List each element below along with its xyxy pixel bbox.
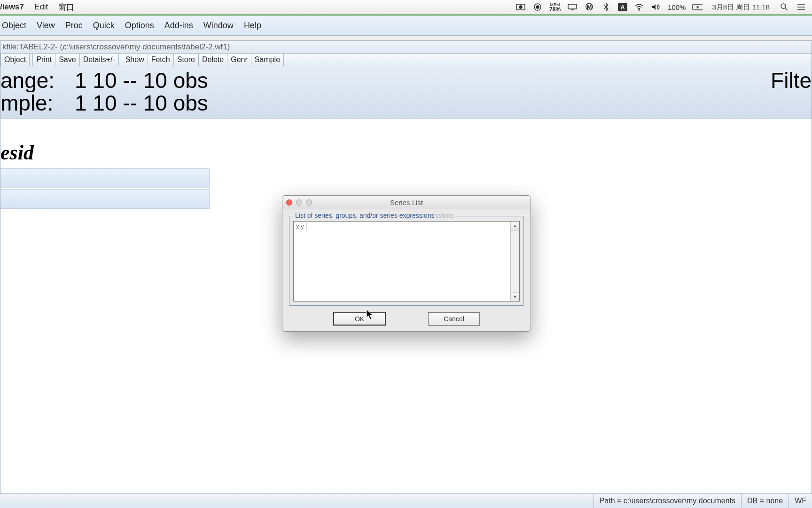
range-label: ange:: [0, 69, 75, 92]
filter-label[interactable]: Filte: [771, 69, 812, 92]
series-list-dialog: Series List List of series, groups, and/…: [282, 195, 531, 332]
scroll-up-button[interactable]: ▲: [511, 222, 519, 230]
textarea-scrollbar[interactable]: ▲ ▼: [510, 222, 519, 301]
status-wf[interactable]: WF: [789, 494, 812, 508]
svg-rect-4: [568, 4, 577, 9]
close-dialog-button[interactable]: [286, 199, 292, 206]
toolbar-object[interactable]: Object: [0, 54, 30, 66]
svg-point-9: [781, 4, 786, 8]
dialog-button-row: OK Cancel: [289, 312, 524, 325]
screen-record-icon[interactable]: [515, 2, 526, 12]
series-input[interactable]: x y: [294, 222, 510, 301]
menu-options[interactable]: Options: [125, 21, 154, 31]
sample-label: mple:: [0, 92, 75, 114]
input-source-icon[interactable]: A: [618, 3, 627, 11]
mac-app-name[interactable]: /iews7: [0, 2, 24, 12]
traffic-lights: [286, 199, 312, 206]
mac-menubar-left: /iews7 Edit 窗口: [0, 2, 74, 13]
workfile-info-panel: ange: 1 10 -- 10 obs mple: 1 10 -- 10 ob…: [0, 66, 812, 119]
menu-quick[interactable]: Quick: [93, 21, 115, 31]
status-bar: Path = c:\users\crossover\my documents D…: [0, 493, 812, 508]
spotlight-icon[interactable]: [779, 2, 789, 12]
wifi-icon[interactable]: [634, 2, 644, 12]
toolbar-fetch[interactable]: Fetch: [148, 54, 174, 66]
menu-view[interactable]: View: [37, 21, 55, 31]
fieldset-legend-ghost: ssions: [435, 212, 453, 219]
display-icon[interactable]: [567, 2, 578, 12]
svg-point-1: [519, 6, 522, 8]
dialog-body: List of series, groups, and/or series ex…: [282, 209, 531, 331]
workfile-title-name: TABEL2-2: [19, 42, 55, 52]
series-resid-label[interactable]: esid: [0, 141, 812, 165]
battery-icon[interactable]: [692, 2, 703, 12]
toolbar-store[interactable]: Store: [174, 54, 199, 66]
status-db[interactable]: DB = none: [741, 494, 789, 508]
battery-percent[interactable]: 100%: [668, 3, 686, 11]
fieldset-legend-text: List of series, groups, and/or series ex…: [295, 212, 434, 219]
scroll-down-button[interactable]: ▼: [511, 292, 519, 301]
cancel-button[interactable]: Cancel: [428, 312, 480, 325]
eviews-menubar: Object View Proc Quick Options Add-ins W…: [0, 16, 812, 36]
series-input-wrap: x y ▲ ▼: [293, 221, 520, 302]
workfile-toolbar: Object Print Save Details+/- Show Fetch …: [0, 54, 812, 66]
menu-help[interactable]: Help: [244, 21, 261, 31]
volume-icon[interactable]: [651, 2, 661, 12]
workfile-title-prefix: kfile:: [2, 42, 19, 52]
series-row-1[interactable]: [0, 168, 210, 188]
toolbar-save[interactable]: Save: [55, 54, 79, 66]
mac-menu-window-cn[interactable]: 窗口: [58, 2, 74, 13]
ok-button[interactable]: OK: [333, 312, 386, 325]
minimize-dialog-button: [296, 199, 302, 206]
menu-addins[interactable]: Add-ins: [164, 21, 193, 31]
toolbar-delete[interactable]: Delete: [199, 54, 227, 66]
menu-window[interactable]: Window: [203, 21, 234, 31]
workfile-titlebar[interactable]: kfile: TABEL2-2 - (c:\users\crossover\my…: [0, 41, 812, 54]
fieldset-legend: List of series, groups, and/or series ex…: [293, 212, 455, 219]
toolbar-print[interactable]: Print: [32, 54, 55, 66]
ok-button-label: OK: [355, 315, 364, 323]
memory-percent: 78%: [549, 7, 561, 12]
menu-hamburger-icon[interactable]: [796, 2, 806, 12]
menu-proc[interactable]: Proc: [65, 21, 83, 31]
sample-value: 1 10 -- 10 obs: [75, 92, 208, 114]
toolbar-details[interactable]: Details+/-: [80, 54, 119, 66]
toolbar-sample[interactable]: Sample: [251, 54, 284, 66]
cancel-button-label: Cancel: [444, 315, 464, 323]
app-m-icon[interactable]: Ⓜ: [584, 2, 594, 12]
status-path[interactable]: Path = c:\users\crossover\my documents: [593, 494, 741, 508]
workfile-title-path: - (c:\users\crossover\my documents\tabel…: [55, 42, 230, 52]
svg-line-10: [785, 8, 788, 10]
toolbar-genr[interactable]: Genr: [227, 54, 251, 66]
series-list-fieldset: List of series, groups, and/or series ex…: [289, 216, 524, 306]
mac-menu-edit[interactable]: Edit: [34, 2, 48, 12]
series-row-2[interactable]: [0, 189, 210, 209]
input-source-label: A: [620, 4, 625, 11]
toolbar-show[interactable]: Show: [122, 54, 148, 66]
svg-point-6: [639, 9, 640, 10]
mac-menubar: /iews7 Edit 窗口 MEM 78% Ⓜ A 100%: [0, 0, 812, 15]
series-input-value: x y: [296, 223, 304, 230]
dialog-titlebar[interactable]: Series List: [282, 196, 531, 209]
clock-datetime[interactable]: 3月8日 周日 11:18: [712, 3, 770, 12]
range-value: 1 10 -- 10 obs: [75, 69, 208, 92]
mac-menubar-right: MEM 78% Ⓜ A 100% 3月8日 周日 11:18: [515, 2, 812, 12]
bluetooth-icon[interactable]: [601, 2, 611, 12]
dialog-title: Series List: [286, 198, 527, 206]
zoom-dialog-button: [306, 199, 312, 206]
menu-object[interactable]: Object: [2, 21, 26, 31]
sync-icon[interactable]: [532, 2, 543, 12]
svg-point-3: [536, 6, 539, 8]
memory-indicator[interactable]: MEM 78%: [549, 2, 561, 12]
